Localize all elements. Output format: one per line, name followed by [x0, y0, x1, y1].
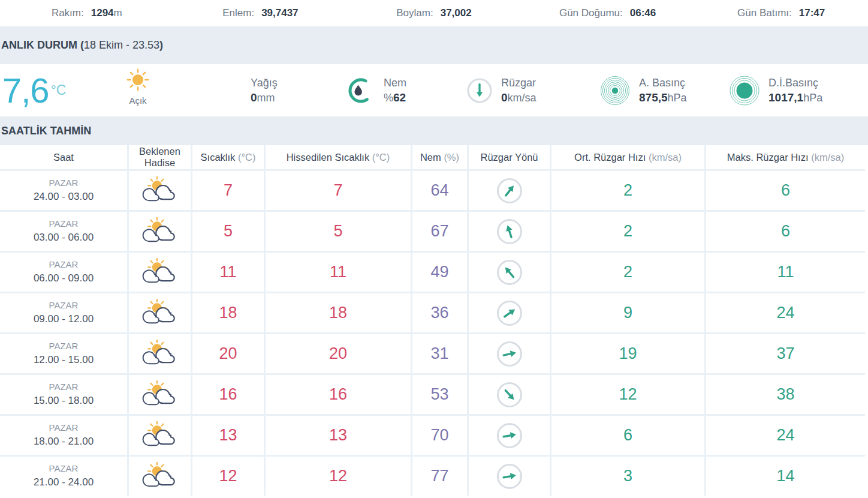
wind-direction-cell [469, 457, 550, 496]
info-label: Enlem: [222, 7, 254, 19]
partly-cloudy-icon [141, 217, 179, 245]
time-range: 21.00 - 24.00 [34, 475, 94, 490]
metric-value: %62 [384, 90, 406, 106]
section-title: ANLIK DURUM ( [1, 39, 84, 52]
feels-like-cell: 18 [266, 293, 411, 332]
table-row: PAZAR 21.00 - 24.00 [0, 457, 865, 496]
location-info-item: Gün Batımı: 17:47 [694, 7, 868, 19]
info-value: 39,7437 [261, 7, 298, 19]
info-value: 1294m [91, 7, 122, 19]
table-row: PAZAR 15.00 - 18.00 [0, 375, 865, 414]
day-label: PAZAR [49, 299, 79, 312]
metric-value: 0mm [251, 90, 278, 106]
metric-value: 1017,1hPa [768, 90, 822, 106]
time-cell: PAZAR 18.00 - 21.00 [0, 416, 127, 455]
condition-cell [129, 375, 191, 414]
max-wind-cell: 6 [706, 171, 865, 210]
humidity-cell: 49 [412, 253, 467, 292]
time-cell: PAZAR 24.00 - 03.00 [0, 171, 127, 210]
humidity-cell: 31 [412, 334, 467, 373]
partly-cloudy-icon [141, 176, 179, 205]
column-header-saat: Saat [0, 145, 127, 169]
partly-cloudy-icon [141, 258, 179, 286]
temperature-cell: 13 [192, 416, 264, 455]
feels-like-cell: 16 [266, 375, 411, 414]
day-label: PAZAR [49, 380, 79, 394]
wind-direction-cell [469, 253, 550, 292]
time-range: 24.00 - 03.00 [34, 190, 94, 205]
humidity-cell: 64 [412, 171, 467, 210]
pressure-rings-icon [599, 75, 631, 106]
time-cell: PAZAR 09.00 - 12.00 [0, 293, 127, 332]
info-value: 06:46 [630, 7, 656, 19]
temperature-cell: 12 [192, 457, 264, 496]
table-row: PAZAR 03.00 - 06.00 [0, 212, 865, 251]
avg-wind-cell: 6 [551, 416, 704, 455]
table-row: PAZAR 12.00 - 15.00 [0, 334, 865, 373]
feels-like-cell: 5 [266, 212, 411, 251]
time-cell: PAZAR 06.00 - 09.00 [0, 253, 127, 292]
avg-wind-cell: 2 [551, 253, 704, 292]
table-row: PAZAR 06.00 - 09.00 [0, 253, 865, 292]
feels-like-cell: 11 [266, 253, 411, 292]
time-range: 18.00 - 21.00 [34, 434, 94, 449]
time-range: 09.00 - 12.00 [34, 312, 94, 327]
max-wind-cell: 37 [706, 334, 865, 373]
avg-wind-cell: 9 [551, 293, 704, 332]
max-wind-cell: 38 [706, 375, 865, 414]
info-label: Gün Batımı: [737, 7, 792, 19]
metric-actual-pressure: A. Basınç 875,5hPa [599, 64, 687, 116]
current-temperature: 7,6°C [2, 64, 66, 116]
wind-direction-cell [469, 171, 550, 210]
metric-humidity: Nem %62 [346, 64, 406, 116]
column-header-hadise: Beklenen Hadise [129, 145, 191, 169]
location-info-item: Boylam: 37,002 [347, 7, 521, 19]
location-info-item: Enlem: 39,7437 [174, 7, 348, 19]
column-header-hissedilen: Hissedilen Sıcaklık (°C) [266, 145, 411, 169]
info-label: Boylam: [396, 7, 433, 19]
time-cell: PAZAR 15.00 - 18.00 [0, 375, 127, 414]
wind-direction-cell [469, 334, 550, 373]
temperature-cell: 11 [192, 253, 264, 292]
temperature-cell: 16 [192, 375, 264, 414]
max-wind-cell: 24 [706, 416, 865, 455]
metric-value: 875,5hPa [639, 90, 687, 106]
wind-direction-icon [497, 178, 522, 203]
day-label: PAZAR [49, 340, 79, 353]
max-wind-cell: 11 [706, 253, 865, 292]
hourly-forecast-table: Saat Beklenen Hadise Sıcaklık (°C) Hisse… [0, 145, 865, 496]
temperature-cell: 5 [192, 212, 264, 251]
temperature-cell: 18 [192, 293, 264, 332]
column-header-ruzgar-yonu: Rüzgar Yönü [469, 145, 550, 169]
info-value: 17:47 [799, 7, 825, 19]
feels-like-cell: 7 [266, 171, 411, 210]
info-value: 37,002 [441, 7, 472, 19]
wind-direction-icon [497, 382, 522, 407]
wind-direction-icon [497, 301, 522, 326]
wind-direction-cell [469, 375, 550, 414]
column-header-ort-ruzgar: Ort. Rüzgar Hızı (km/sa) [551, 145, 704, 169]
current-section-header: ANLIK DURUM (18 Ekim - 23.53) [0, 26, 868, 64]
current-conditions: 7,6°C Açık Yağış 0mm [0, 64, 868, 116]
wind-direction-icon [497, 341, 522, 367]
sun-icon [125, 67, 150, 92]
metric-label: Nem [384, 76, 406, 90]
wind-direction-cell [469, 416, 550, 455]
day-label: PAZAR [49, 421, 79, 434]
table-header-row: Saat Beklenen Hadise Sıcaklık (°C) Hisse… [0, 145, 865, 169]
avg-wind-cell: 2 [551, 212, 704, 251]
time-cell: PAZAR 12.00 - 15.00 [0, 334, 127, 373]
day-label: PAZAR [49, 462, 79, 475]
current-condition: Açık [111, 67, 164, 106]
condition-cell [129, 334, 191, 373]
condition-cell [129, 457, 191, 496]
condition-cell [129, 171, 191, 210]
humidity-cell: 77 [412, 457, 467, 496]
table-body: PAZAR 24.00 - 03.00 [0, 171, 865, 496]
time-range: 15.00 - 18.00 [34, 394, 94, 409]
location-info-bar: Rakım: 1294m Enlem: 39,7437 Boylam: 37,0… [0, 0, 868, 26]
time-cell: PAZAR 21.00 - 24.00 [0, 457, 127, 496]
max-wind-cell: 24 [706, 293, 865, 332]
day-label: PAZAR [49, 217, 79, 230]
time-range: 03.00 - 06.00 [34, 230, 94, 245]
